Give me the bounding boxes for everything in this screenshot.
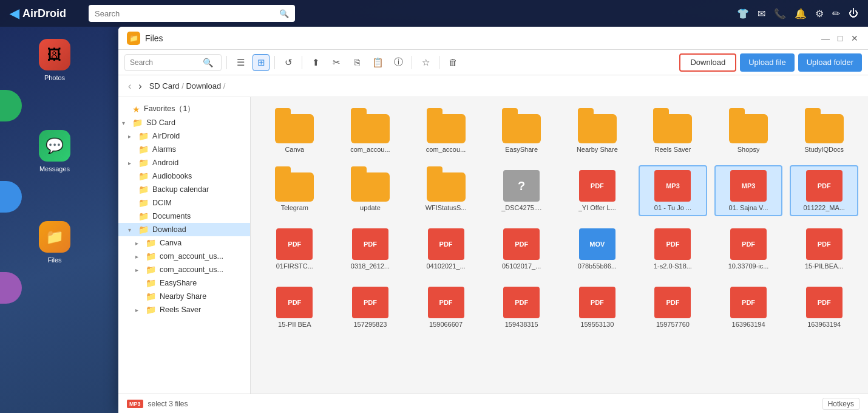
file-item-dsc4275[interactable]: ?_DSC4275....: [487, 165, 556, 216]
file-item-tujo[interactable]: MP301 - Tu Jo ...: [639, 165, 707, 216]
sidebar-item-photos[interactable]: 🖼 Photos: [30, 33, 79, 87]
upload-button[interactable]: ⬆: [307, 54, 324, 71]
phone-icon[interactable]: 📞: [774, 8, 786, 19]
minimize-button[interactable]: —: [821, 33, 830, 43]
edit-icon[interactable]: ✏: [832, 8, 840, 19]
file-item-nearbyshare[interactable]: Nearby Share: [563, 107, 632, 158]
folder-body: [275, 172, 314, 202]
download-button[interactable]: Download: [679, 53, 736, 72]
file-item-p159553130[interactable]: PDF159553130: [563, 282, 632, 333]
view-grid-button[interactable]: ⊞: [253, 54, 270, 71]
tree-item-canva[interactable]: ▸ 📁 Canva: [118, 236, 250, 250]
com2-folder-icon: 📁: [146, 265, 156, 275]
file-item-p163963194[interactable]: PDF163963194: [714, 282, 783, 333]
file-item-p15pilbea[interactable]: PDF15-PILBEA...: [790, 224, 858, 275]
file-item-update[interactable]: update: [336, 165, 405, 216]
file-item-p0318[interactable]: PDF0318_2612...: [336, 224, 405, 275]
view-list-button[interactable]: ☰: [232, 54, 249, 71]
edit-button[interactable]: ✂: [328, 54, 345, 71]
tree-item-download[interactable]: ▾ 📁 Download: [118, 223, 250, 236]
file-item-p157295823[interactable]: PDF157295823: [336, 282, 405, 333]
forward-button[interactable]: ›: [136, 80, 144, 93]
file-item-p159757760[interactable]: PDF159757760: [639, 282, 707, 333]
file-item-com_acou1[interactable]: com_accou...: [336, 107, 405, 158]
refresh-button[interactable]: ↺: [280, 54, 297, 71]
tree-item-com1[interactable]: ▸ 📁 com_account_us...: [118, 250, 250, 263]
shirt-icon[interactable]: 👕: [737, 8, 749, 19]
file-item-shopsy[interactable]: Shopsy: [714, 107, 783, 158]
tree-item-reelssaver[interactable]: ▸ 📁 Reels Saver: [118, 303, 250, 316]
toolbar-search-input[interactable]: [130, 58, 203, 67]
file-item-canva[interactable]: Canva: [260, 107, 329, 158]
maximize-button[interactable]: □: [835, 33, 845, 43]
upload-file-button[interactable]: Upload file: [740, 53, 794, 72]
tree-item-backup[interactable]: 📁 Backup calendar: [118, 183, 250, 196]
file-label: 1-s2.0-S18...: [654, 262, 692, 270]
close-button[interactable]: ✕: [850, 33, 860, 43]
tree-item-dcim[interactable]: 📁 DCIM: [118, 196, 250, 210]
back-button[interactable]: ‹: [126, 80, 134, 93]
hotkeys-button[interactable]: Hotkeys: [822, 398, 860, 410]
partial-app-1[interactable]: [0, 90, 22, 121]
tree-item-android[interactable]: ▸ 📁 Android: [118, 156, 250, 169]
star-button[interactable]: ☆: [417, 54, 434, 71]
file-item-easyshare[interactable]: EasyShare: [487, 107, 556, 158]
file-item-p159066607[interactable]: PDF159066607: [412, 282, 480, 333]
toolbar-search-box[interactable]: 🔍: [124, 54, 222, 71]
file-item-reelssaver[interactable]: Reels Saver: [639, 107, 707, 158]
upload-folder-button[interactable]: Upload folder: [798, 53, 862, 72]
tree-item-nearbyshare[interactable]: 📁 Nearby Share: [118, 290, 250, 303]
file-item-sajna[interactable]: MP301. Sajna V...: [714, 165, 783, 216]
breadcrumb: ‹ › SD Card / Download /: [118, 75, 868, 97]
reelssaver-label: Reels Saver: [160, 305, 245, 314]
topbar-search-input[interactable]: [95, 9, 279, 18]
tree-item-sdcard[interactable]: ▾ 📁 SD Card: [118, 116, 250, 129]
file-item-firstc[interactable]: PDF01FIRSTC...: [260, 224, 329, 275]
bell-icon[interactable]: 🔔: [795, 8, 807, 19]
tree-item-com2[interactable]: ▸ 📁 com_account_us...: [118, 263, 250, 276]
tree-item-favorites[interactable]: ★ Favorites（1）: [118, 102, 250, 116]
info-button[interactable]: ⓘ: [390, 54, 407, 71]
trash-icon: 🗑: [449, 57, 458, 67]
file-item-wfistatus[interactable]: WFIStatusS...: [412, 165, 480, 216]
file-item-p1s2[interactable]: PDF1-s2.0-S18...: [639, 224, 707, 275]
copy-button[interactable]: ⎘: [348, 54, 365, 71]
file-item-p05102017[interactable]: PDF05102017_...: [487, 224, 556, 275]
sidebar-item-messages[interactable]: 💬 Messages: [30, 124, 79, 179]
gear-icon[interactable]: ⚙: [815, 8, 824, 19]
partial-app-2[interactable]: [0, 181, 22, 213]
file-item-p04102021[interactable]: PDF04102021_...: [412, 224, 480, 275]
sidebar-item-files[interactable]: 📁 Files: [30, 215, 79, 270]
delete-button[interactable]: 🗑: [444, 54, 461, 71]
statusbar-file-icon: MP3: [127, 400, 143, 408]
unknown-badge: ?: [503, 170, 540, 202]
topbar-brand: ◀ AirDroid: [10, 6, 83, 21]
folder-tab: [729, 108, 745, 114]
tree-item-audiobooks[interactable]: 📁 Audiobooks: [118, 169, 250, 183]
file-item-p078b55[interactable]: MOV078b55b86...: [563, 224, 632, 275]
mail-icon[interactable]: ✉: [758, 8, 765, 19]
file-item-com_acou2[interactable]: com_accou...: [412, 107, 480, 158]
file-item-yioffer[interactable]: PDF_YI Offer L...: [563, 165, 632, 216]
breadcrumb-sdcard[interactable]: SD Card: [149, 81, 180, 90]
topbar-search-box[interactable]: 🔍: [89, 5, 295, 22]
breadcrumb-download[interactable]: Download: [186, 81, 221, 90]
window-app-icon: 📁: [127, 32, 140, 45]
file-item-p1033[interactable]: PDF10.33709-ic...: [714, 224, 783, 275]
file-item-p163963194b[interactable]: PDF163963194: [790, 282, 858, 333]
file-item-p15pilbea2[interactable]: PDF15-PII BEA: [260, 282, 329, 333]
tree-item-alarms[interactable]: 📁 Alarms: [118, 143, 250, 156]
tree-item-airdroid[interactable]: ▸ 📁 AirDroid: [118, 129, 250, 143]
partial-app-3[interactable]: [0, 272, 22, 304]
tree-item-documents[interactable]: 📁 Documents: [118, 210, 250, 223]
tree-item-easyshare[interactable]: 📁 EasyShare: [118, 276, 250, 290]
paste-button[interactable]: 📋: [369, 54, 386, 71]
file-item-studyiqdocs[interactable]: StudyIQDocs: [790, 107, 858, 158]
window-titlebar: 📁 Files — □ ✕: [118, 27, 868, 50]
toolbar-search-icon[interactable]: 🔍: [203, 58, 213, 67]
file-item-telegram[interactable]: Telegram: [260, 165, 329, 216]
folder-body: [351, 172, 390, 202]
file-item-011222[interactable]: PDF011222_MA...: [790, 165, 858, 216]
file-item-p159438315[interactable]: PDF159438315: [487, 282, 556, 333]
power-icon[interactable]: ⏻: [849, 8, 858, 19]
